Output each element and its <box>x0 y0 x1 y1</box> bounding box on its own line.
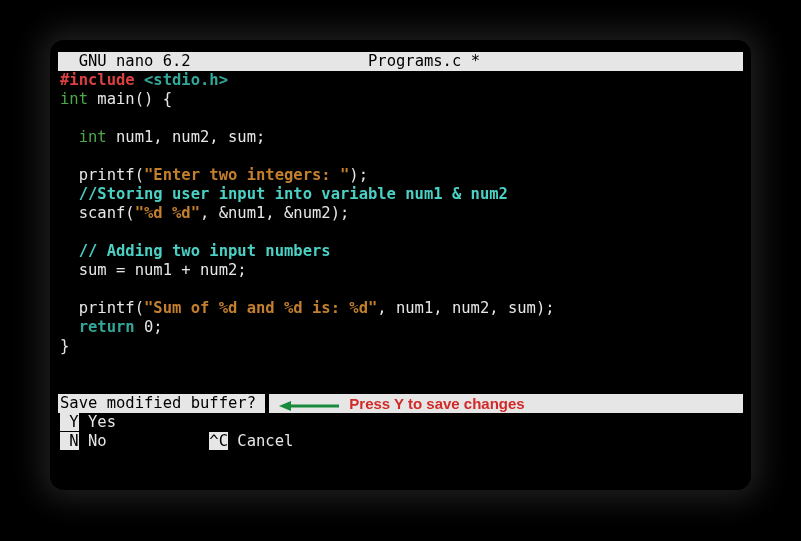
main-signature: main() { <box>88 90 172 108</box>
scanf-post: , &num1, &num2); <box>200 204 349 222</box>
decl-vars: num1, num2, sum; <box>107 128 266 146</box>
editor-buffer[interactable]: #include <stdio.h> int main() { int num1… <box>58 71 743 356</box>
printf2-pre: printf( <box>60 299 144 317</box>
annotation-text: Press Y to save changes <box>349 394 524 413</box>
vertical-spacer <box>58 356 743 394</box>
prompt-options: Y Yes N No ^C Cancel <box>58 413 743 451</box>
keyword-return: return <box>79 318 135 336</box>
option-cancel-label: Cancel <box>228 432 293 450</box>
string-sum: "Sum of %d and %d is: %d" <box>144 299 377 317</box>
include-lib: <stdio.h> <box>144 71 228 89</box>
terminal-window: GNU nano 6.2 Programs.c * #include <stdi… <box>50 40 751 490</box>
svg-marker-1 <box>279 401 291 411</box>
keyword-include: #include <box>60 71 135 89</box>
type-int-main: int <box>60 90 88 108</box>
prompt-annotation-area: Press Y to save changes <box>269 394 743 413</box>
printf1-post: ); <box>349 166 368 184</box>
terminal-content: GNU nano 6.2 Programs.c * #include <stdi… <box>58 52 743 478</box>
comment-add: // Adding two input numbers <box>79 242 331 260</box>
printf2-post: , num1, num2, sum); <box>377 299 554 317</box>
return-rest: 0; <box>135 318 163 336</box>
editor-name-text: GNU nano 6.2 <box>79 52 191 70</box>
string-fmt: "%d %d" <box>135 204 200 222</box>
printf1-pre: printf( <box>60 166 144 184</box>
filename: Programs.c <box>368 52 461 70</box>
save-prompt-bar: Save modified buffer? Press Y to save ch… <box>58 394 743 413</box>
comment-store: //Storing user input into variable num1 … <box>79 185 508 203</box>
option-cancel-key[interactable]: ^C <box>209 432 228 450</box>
editor-name <box>60 52 79 70</box>
type-int-decl: int <box>79 128 107 146</box>
nano-titlebar: GNU nano 6.2 Programs.c * <box>58 52 743 71</box>
string-enter: "Enter two integers: " <box>144 166 349 184</box>
save-prompt-text: Save modified buffer? <box>58 394 265 413</box>
annotation-arrow-icon <box>279 400 339 408</box>
modified-flag: * <box>471 52 480 70</box>
option-yes-label: Yes <box>79 413 116 431</box>
sum-line: sum = num1 + num2; <box>60 261 247 279</box>
option-no-key[interactable]: N <box>60 432 79 450</box>
option-yes-key[interactable]: Y <box>60 413 79 431</box>
option-no-label: No <box>79 432 107 450</box>
scanf-pre: scanf( <box>60 204 135 222</box>
close-brace: } <box>60 337 69 355</box>
titlebar-spacer <box>191 52 368 70</box>
